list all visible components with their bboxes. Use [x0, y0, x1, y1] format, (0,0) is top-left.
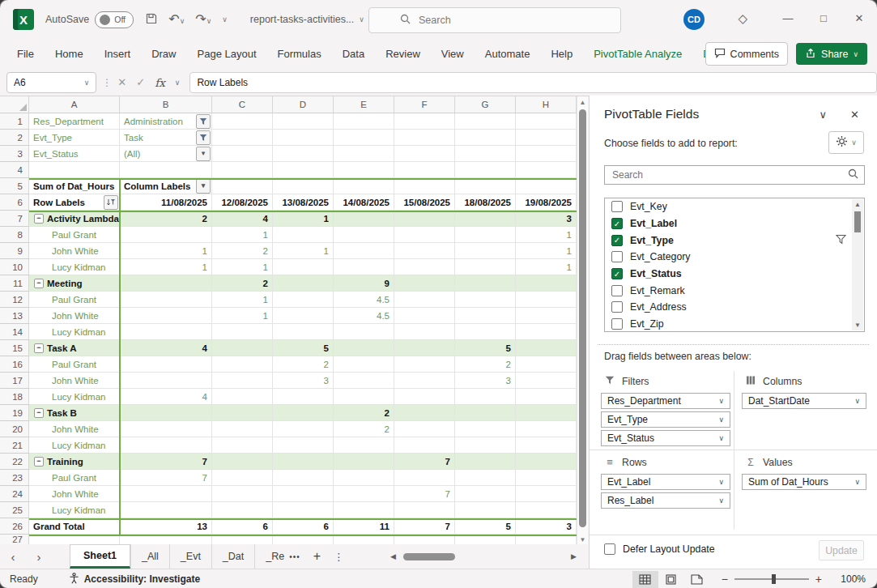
cell-value[interactable]	[516, 389, 577, 405]
cell-value[interactable]: 2	[120, 211, 212, 227]
pivot-filter-value[interactable]: Administration	[120, 113, 212, 130]
row-header-12[interactable]: 12	[0, 292, 29, 308]
scroll-up-icon[interactable]: ▲	[577, 99, 588, 106]
diamond-icon[interactable]: ◇	[738, 11, 747, 26]
cell-empty[interactable]	[455, 535, 516, 544]
formula-input[interactable]: Row Labels	[189, 72, 877, 93]
cell-value[interactable]: 7	[394, 518, 455, 535]
collapse-icon[interactable]: −	[34, 408, 44, 418]
zoom-out-icon[interactable]: −	[722, 573, 728, 586]
cell-value[interactable]	[212, 324, 273, 340]
search-input[interactable]	[417, 14, 598, 27]
cell-value[interactable]: 2	[334, 405, 394, 421]
cell-value[interactable]	[273, 324, 334, 340]
field-item-evt-category[interactable]: Evt_Category	[605, 249, 864, 266]
cell-value[interactable]: 1	[212, 308, 273, 324]
cell-value[interactable]	[334, 470, 394, 486]
cell-empty[interactable]	[516, 162, 577, 178]
cell-value[interactable]	[394, 356, 455, 373]
cell-value[interactable]: 3	[516, 211, 577, 227]
cell-value[interactable]	[455, 243, 516, 259]
cell-empty[interactable]	[334, 146, 394, 162]
cell-empty[interactable]	[273, 535, 334, 544]
cell-value[interactable]	[273, 275, 334, 292]
cell-empty[interactable]	[394, 113, 455, 130]
cell-value[interactable]: 1	[212, 227, 273, 243]
cell-value[interactable]	[394, 502, 455, 518]
field-item-evt-zip[interactable]: Evt_Zip	[605, 316, 864, 332]
autosave-toggle[interactable]: AutoSave Off	[45, 11, 134, 28]
cell-value[interactable]	[394, 437, 455, 454]
cell-value[interactable]: 7	[120, 470, 212, 486]
column-header-B[interactable]: B	[120, 96, 212, 113]
pivot-detail-label[interactable]: Lucy Kidman	[29, 502, 120, 518]
zoom-slider[interactable]	[734, 578, 809, 580]
cell-value[interactable]	[334, 259, 394, 275]
cell-value[interactable]	[516, 340, 577, 356]
cell-value[interactable]	[516, 421, 577, 437]
pivot-filter-label[interactable]: Res_Department	[29, 113, 120, 130]
defer-layout-update[interactable]: Defer Layout Update	[604, 543, 714, 555]
cell-empty[interactable]	[120, 162, 212, 178]
cell-value[interactable]	[394, 324, 455, 340]
field-chip-res-label[interactable]: Res_Label∨	[601, 492, 730, 509]
row-header-7[interactable]: 7	[0, 211, 29, 227]
cell-empty[interactable]	[212, 178, 273, 194]
cell-value[interactable]	[394, 389, 455, 405]
cell-value[interactable]	[120, 308, 212, 324]
cell-value[interactable]	[212, 421, 273, 437]
cell-empty[interactable]	[212, 162, 273, 178]
cell-empty[interactable]	[273, 178, 334, 194]
page-layout-view-icon[interactable]	[658, 571, 684, 588]
cell-value[interactable]	[516, 373, 577, 389]
cell-value[interactable]	[455, 421, 516, 437]
cell-value[interactable]: 13	[120, 518, 212, 535]
pivot-detail-label[interactable]: John White	[29, 243, 120, 259]
pivot-date-header[interactable]: 12/08/2025	[212, 194, 273, 211]
field-chip-sum-of-dat-hours[interactable]: Sum of Dat_Hours∨	[742, 474, 866, 490]
cell-value[interactable]: 4	[120, 340, 212, 356]
cell-value[interactable]	[455, 405, 516, 421]
maximize-button[interactable]: □	[806, 0, 841, 36]
cell-empty[interactable]	[212, 535, 273, 544]
cell-value[interactable]: 1	[273, 211, 334, 227]
row-header-2[interactable]: 2	[0, 130, 29, 146]
field-chip-evt-type[interactable]: Evt_Type∨	[601, 411, 730, 428]
cell-value[interactable]	[212, 454, 273, 470]
cell-value[interactable]: 5	[455, 340, 516, 356]
row-header-1[interactable]: 1	[0, 113, 29, 130]
field-checkbox[interactable]: ✓	[611, 218, 623, 229]
field-item-evt-label[interactable]: ✓Evt_Label	[605, 215, 864, 232]
field-checkbox[interactable]	[611, 201, 623, 212]
field-checkbox[interactable]	[611, 285, 623, 296]
cell-value[interactable]	[334, 340, 394, 356]
ribbon-tab-draw[interactable]: Draw	[141, 39, 186, 69]
cell-value[interactable]	[394, 340, 455, 356]
enter-icon[interactable]: ✓	[136, 76, 145, 88]
row-header-16[interactable]: 16	[0, 356, 29, 373]
row-header-6[interactable]: 6	[0, 194, 29, 211]
row-header-17[interactable]: 17	[0, 373, 29, 389]
pivot-detail-label[interactable]: Paul Grant	[29, 292, 120, 308]
pivot-filter-value[interactable]: Task	[120, 130, 212, 146]
sheet-tab-dat[interactable]: _Dat	[211, 544, 254, 569]
column-header-G[interactable]: G	[455, 96, 516, 113]
cell-value[interactable]	[334, 373, 394, 389]
field-chip-evt-status[interactable]: Evt_Status∨	[601, 430, 730, 446]
defer-checkbox[interactable]	[604, 543, 615, 555]
cell-value[interactable]: 1	[212, 259, 273, 275]
cell-empty[interactable]	[334, 178, 394, 194]
cell-value[interactable]	[455, 389, 516, 405]
cell-value[interactable]	[455, 324, 516, 340]
column-labels-dropdown-icon[interactable]: ▾	[196, 179, 211, 194]
ribbon-tab-page-layout[interactable]: Page Layout	[187, 39, 267, 69]
cell-value[interactable]	[334, 389, 394, 405]
column-header-A[interactable]: A	[29, 96, 120, 113]
pivot-detail-label[interactable]: Lucy Kidman	[29, 324, 120, 340]
cell-value[interactable]	[212, 405, 273, 421]
cell-value[interactable]	[273, 308, 334, 324]
cell-value[interactable]	[394, 308, 455, 324]
cell-value[interactable]	[516, 356, 577, 373]
field-chip-dat-startdate[interactable]: Dat_StartDate∨	[742, 393, 866, 409]
sheet-tab-sheet1[interactable]: Sheet1	[70, 544, 130, 569]
